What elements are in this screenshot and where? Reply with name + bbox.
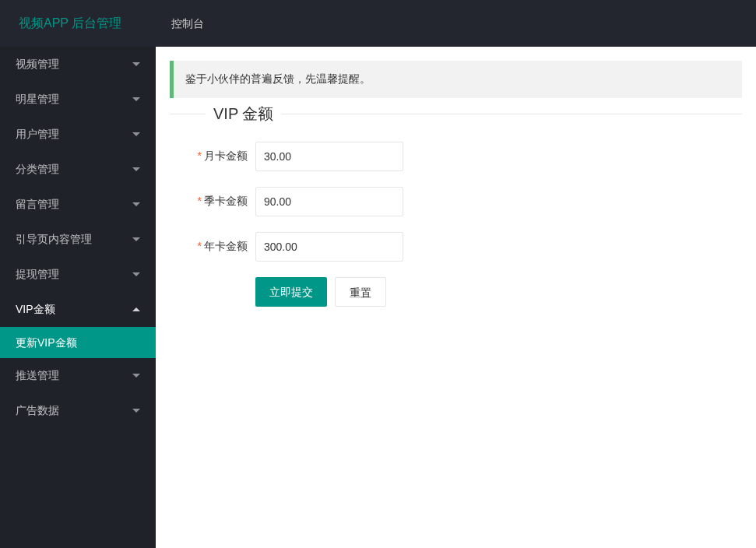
main-content: 鉴于小伙伴的普遍反馈，先温馨提醒。 VIP 金额 *月卡金额 *季卡金额 *年卡… [156, 47, 756, 548]
required-mark: * [198, 149, 202, 162]
nav-console[interactable]: 控制台 [156, 0, 220, 47]
sidebar-item-label: 留言管理 [16, 187, 59, 222]
label-text: 季卡金额 [204, 195, 248, 207]
logo: 视频APP 后台管理 [0, 16, 156, 32]
label-text: 年卡金额 [204, 240, 248, 252]
chevron-down-icon [132, 202, 140, 206]
sidebar-item-label: VIP金额 [16, 292, 55, 327]
sidebar-item-label: 推送管理 [16, 358, 59, 393]
sidebar-item-label: 提现管理 [16, 257, 59, 292]
header: 视频APP 后台管理 控制台 [0, 0, 756, 47]
vip-form: *月卡金额 *季卡金额 *年卡金额 立即提交 重置 [170, 134, 742, 307]
sidebar-item-video[interactable]: 视频管理 [0, 47, 156, 82]
form-title-divider: VIP 金额 [170, 114, 742, 114]
sidebar-item-label: 明星管理 [16, 82, 59, 117]
required-mark: * [198, 195, 202, 207]
month-label: *月卡金额 [170, 149, 255, 163]
sidebar-subitem-vip-update[interactable]: 更新VIP金额 [0, 327, 156, 358]
form-item-quarter: *季卡金额 [170, 187, 742, 216]
chevron-down-icon [132, 272, 140, 276]
sidebar-item-label: 引导页内容管理 [16, 222, 92, 257]
sidebar-item-label: 分类管理 [16, 152, 59, 187]
form-item-year: *年卡金额 [170, 232, 742, 262]
year-label: *年卡金额 [170, 240, 255, 254]
header-nav: 控制台 [156, 0, 220, 47]
sidebar-item-user[interactable]: 用户管理 [0, 117, 156, 152]
quarter-label: *季卡金额 [170, 195, 255, 209]
chevron-up-icon [132, 307, 140, 311]
sidebar-item-message[interactable]: 留言管理 [0, 187, 156, 222]
chevron-down-icon [132, 374, 140, 378]
sidebar-item-push[interactable]: 推送管理 [0, 358, 156, 393]
reset-button[interactable]: 重置 [335, 277, 386, 307]
sidebar-item-label: 视频管理 [16, 47, 59, 82]
sidebar-item-vip[interactable]: VIP金额 [0, 292, 156, 327]
sidebar-item-guide[interactable]: 引导页内容管理 [0, 222, 156, 257]
label-text: 月卡金额 [204, 149, 248, 162]
chevron-down-icon [132, 409, 140, 413]
sidebar-item-label: 用户管理 [16, 117, 59, 152]
quarter-input[interactable] [255, 187, 403, 216]
alert-message: 鉴于小伙伴的普遍反馈，先温馨提醒。 [170, 61, 742, 98]
year-input[interactable] [255, 232, 403, 262]
form-item-month: *月卡金额 [170, 142, 742, 171]
form-buttons: 立即提交 重置 [170, 277, 742, 307]
month-input[interactable] [255, 142, 403, 171]
sidebar-item-ads[interactable]: 广告数据 [0, 393, 156, 428]
sidebar: 视频管理 明星管理 用户管理 分类管理 留言管理 引导页内容管理 提现管理 V [0, 47, 156, 548]
sidebar-item-withdraw[interactable]: 提现管理 [0, 257, 156, 292]
sidebar-item-label: 广告数据 [16, 393, 59, 428]
container: 视频管理 明星管理 用户管理 分类管理 留言管理 引导页内容管理 提现管理 V [0, 47, 756, 548]
chevron-down-icon [132, 167, 140, 171]
form-title: VIP 金额 [206, 104, 281, 125]
chevron-down-icon [132, 237, 140, 241]
chevron-down-icon [132, 132, 140, 136]
required-mark: * [198, 240, 202, 252]
submit-button[interactable]: 立即提交 [255, 277, 327, 307]
sidebar-item-star[interactable]: 明星管理 [0, 82, 156, 117]
chevron-down-icon [132, 97, 140, 101]
sidebar-item-category[interactable]: 分类管理 [0, 152, 156, 187]
chevron-down-icon [132, 62, 140, 66]
